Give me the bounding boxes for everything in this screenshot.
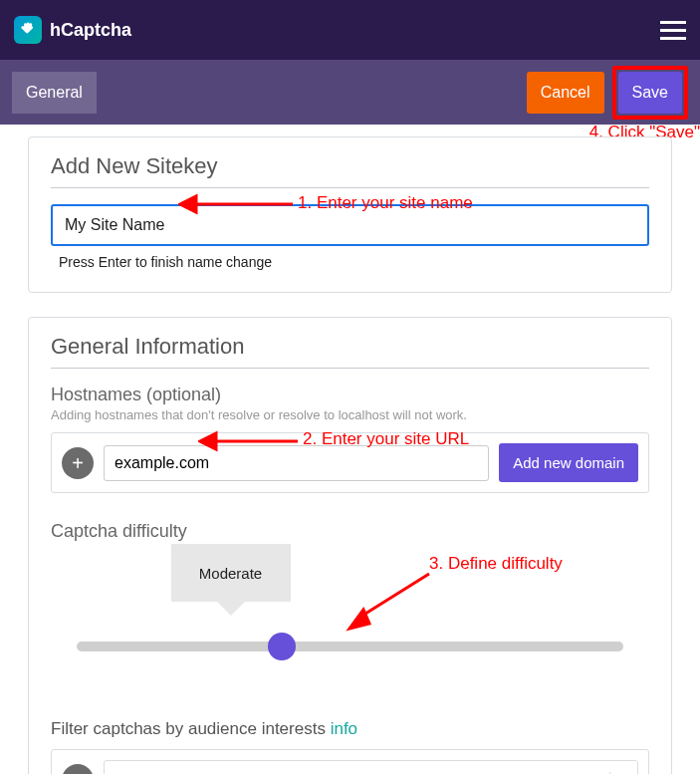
tab-general[interactable]: General: [12, 72, 97, 114]
add-hostname-icon[interactable]: +: [62, 447, 94, 479]
domain-input[interactable]: [104, 445, 489, 481]
hostnames-label: Hostnames (optional): [51, 385, 649, 405]
save-highlight-box: Save: [612, 66, 688, 120]
arrow-step3: [340, 564, 439, 638]
difficulty-tooltip: Moderate: [171, 544, 291, 602]
cancel-button[interactable]: Cancel: [527, 72, 604, 114]
app-header: hCaptcha: [0, 0, 700, 60]
difficulty-thumb[interactable]: [268, 633, 296, 660]
hostnames-row: + Add new domain: [51, 432, 649, 493]
general-info-title: General Information: [51, 334, 649, 369]
brand-logo: hCaptcha: [14, 16, 131, 44]
sitekey-name-input[interactable]: [51, 204, 649, 246]
difficulty-label: Captcha difficulty: [51, 521, 649, 542]
brand-name: hCaptcha: [50, 20, 131, 41]
annotation-step3: 3. Define difficulty: [429, 554, 563, 574]
general-info-card: General Information Hostnames (optional)…: [28, 317, 672, 774]
svg-marker-5: [350, 610, 369, 629]
filter-info-link[interactable]: info: [331, 719, 357, 738]
hostnames-subtext: Adding hostnames that don't resolve or r…: [51, 407, 649, 422]
svg-line-4: [357, 574, 429, 619]
interests-select[interactable]: Select up to 3 interests: [104, 760, 638, 774]
brand-icon: [14, 16, 42, 44]
filter-label: Filter captchas by audience interests in…: [51, 719, 649, 739]
difficulty-section: Captcha difficulty Moderate 3. Define di…: [51, 521, 649, 693]
save-button[interactable]: Save: [618, 72, 682, 114]
menu-icon[interactable]: [660, 21, 686, 40]
filter-section: Filter captchas by audience interests in…: [51, 719, 649, 774]
add-interest-icon[interactable]: +: [62, 764, 94, 775]
sub-header: General Cancel Save: [0, 60, 700, 125]
sitekey-title: Add New Sitekey: [51, 153, 649, 188]
add-domain-button[interactable]: Add new domain: [499, 443, 638, 482]
sitekey-helper-text: Press Enter to finish name change: [51, 254, 649, 270]
difficulty-track[interactable]: [77, 642, 623, 651]
sitekey-card: Add New Sitekey Press Enter to finish na…: [28, 136, 672, 293]
